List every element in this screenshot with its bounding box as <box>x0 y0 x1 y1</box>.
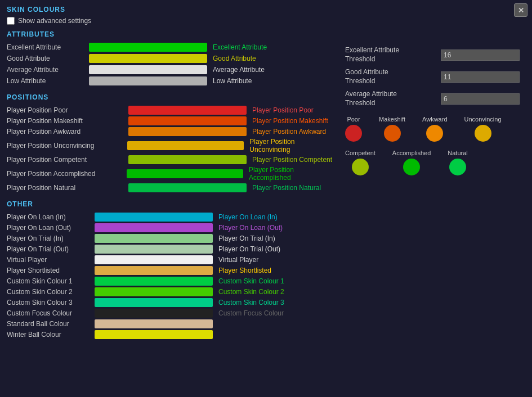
pos-bar-awkward[interactable] <box>128 127 247 136</box>
pos-text-makeshift: Player Position Makeshift <box>252 117 328 125</box>
pos-circle-label-natural: Natural <box>448 150 467 156</box>
pos-row-awkward: Player Position Awkward Player Position … <box>7 127 336 136</box>
other-bar-focus[interactable] <box>95 309 213 318</box>
pos-bar-natural[interactable] <box>128 183 247 192</box>
threshold-input-average[interactable] <box>441 93 520 105</box>
pos-circle-dot-awkward[interactable] <box>426 125 443 142</box>
pos-text-unconvincing: Player Position Unconvincing <box>249 138 336 154</box>
attr-row-good: Good Attribute Good Attribute <box>7 54 336 63</box>
pos-row-unconvincing: Player Position Unconvincing Player Posi… <box>7 138 336 154</box>
other-section: OTHER Player On Loan (In) Player On Loan… <box>7 200 336 339</box>
other-bar-virtual[interactable] <box>95 255 213 264</box>
other-label-loan-out: Player On Loan (Out) <box>7 224 91 232</box>
pos-circle-label-accomplished: Accomplished <box>392 150 431 156</box>
other-bar-custom3[interactable] <box>95 298 213 307</box>
other-text-custom3: Custom Skin Colour 3 <box>218 299 284 306</box>
pos-circle-unconvincing: Unconvincing <box>464 116 502 142</box>
other-bar-trial-out[interactable] <box>95 245 213 254</box>
attr-text-good: Good Attribute <box>213 55 256 62</box>
pos-bar-unconvincing[interactable] <box>127 141 244 150</box>
pos-circle-competent: Competent <box>345 150 375 175</box>
show-advanced-row: Show advanced settings <box>7 17 525 25</box>
other-row-virtual: Virtual Player Virtual Player <box>7 255 336 264</box>
attr-bar-low[interactable] <box>89 76 207 85</box>
pos-text-accomplished: Player Position Accomplished <box>249 166 336 182</box>
other-text-trial-out: Player On Trial (Out) <box>218 245 280 253</box>
pos-row-natural: Player Position Natural Player Position … <box>7 183 336 192</box>
other-bar-custom1[interactable] <box>95 277 213 286</box>
pos-circle-dot-competent[interactable] <box>352 159 369 175</box>
attr-bar-average[interactable] <box>89 65 207 74</box>
attr-bar-excellent[interactable] <box>89 43 207 52</box>
attr-row-excellent: Excellent Attribute Excellent Attribute <box>7 43 336 52</box>
pos-label-poor: Player Position Poor <box>7 106 125 114</box>
attr-row-average: Average Attribute Average Attribute <box>7 65 336 74</box>
pos-row-accomplished: Player Position Accomplished Player Posi… <box>7 166 336 182</box>
other-bar-trial-in[interactable] <box>95 234 213 243</box>
other-row-loan-out: Player On Loan (Out) Player On Loan (Out… <box>7 223 336 232</box>
other-label-focus: Custom Focus Colour <box>7 309 91 317</box>
pos-row-poor: Player Position Poor Player Position Poo… <box>7 106 336 115</box>
pos-label-unconvincing: Player Position Unconvincing <box>7 142 124 150</box>
pos-circles-section: Poor Makeshift Awkward Unconvincing <box>345 116 525 175</box>
other-text-trial-in: Player On Trial (In) <box>218 234 275 242</box>
other-bar-loan-in[interactable] <box>95 213 213 222</box>
other-bar-winter-ball[interactable] <box>95 330 213 339</box>
pos-text-competent: Player Position Competent <box>252 156 332 164</box>
attr-text-low: Low Attribute <box>213 77 252 85</box>
other-label-trial-out: Player On Trial (Out) <box>7 245 91 253</box>
pos-circle-natural: Natural <box>448 150 467 175</box>
other-bar-shortlisted[interactable] <box>95 266 213 275</box>
other-row-loan-in: Player On Loan (In) Player On Loan (In) <box>7 213 336 222</box>
pos-circle-dot-makeshift[interactable] <box>384 125 401 142</box>
other-text-custom1: Custom Skin Colour 1 <box>218 277 284 285</box>
other-row-winter-ball: Winter Ball Colour <box>7 330 336 339</box>
header-area: SKIN COLOURS <box>7 6 525 13</box>
show-advanced-checkbox[interactable] <box>7 17 15 25</box>
threshold-label-average: Average Attribute Threshold <box>345 90 441 107</box>
show-advanced-label[interactable]: Show advanced settings <box>18 17 91 25</box>
other-row-custom2: Custom Skin Colour 2 Custom Skin Colour … <box>7 287 336 296</box>
other-row-trial-out: Player On Trial (Out) Player On Trial (O… <box>7 245 336 254</box>
pos-circles-row1: Poor Makeshift Awkward Unconvincing <box>345 116 525 142</box>
attr-bar-good[interactable] <box>89 54 207 63</box>
pos-text-natural: Player Position Natural <box>252 184 321 192</box>
attr-row-low: Low Attribute Low Attribute <box>7 76 336 85</box>
pos-circle-dot-unconvincing[interactable] <box>475 125 491 142</box>
pos-circles-row2: Competent Accomplished Natural <box>345 150 525 175</box>
other-bar-loan-out[interactable] <box>95 223 213 232</box>
left-panel: ATTRIBUTES Excellent Attribute Excellent… <box>7 30 336 345</box>
close-button[interactable]: ✕ <box>514 3 527 17</box>
pos-circle-dot-natural[interactable] <box>449 159 466 175</box>
threshold-row-excellent: Excellent Attribute Threshold <box>345 46 525 64</box>
pos-bar-makeshift[interactable] <box>128 116 247 125</box>
threshold-label-excellent: Excellent Attribute Threshold <box>345 46 441 64</box>
other-text-loan-in: Player On Loan (In) <box>218 213 278 221</box>
pos-circle-label-competent: Competent <box>345 150 375 156</box>
attributes-section: ATTRIBUTES Excellent Attribute Excellent… <box>7 30 336 85</box>
pos-circle-dot-accomplished[interactable] <box>403 159 420 175</box>
positions-section: POSITIONS Player Position Poor Player Po… <box>7 93 336 192</box>
pos-bar-poor[interactable] <box>128 106 247 115</box>
attributes-title: ATTRIBUTES <box>7 30 336 38</box>
pos-row-competent: Player Position Competent Player Positio… <box>7 155 336 164</box>
other-label-standard-ball: Standard Ball Colour <box>7 320 91 328</box>
threshold-input-excellent[interactable] <box>441 49 520 61</box>
positions-title: POSITIONS <box>7 93 336 101</box>
attr-text-average: Average Attribute <box>213 66 265 74</box>
page-title: SKIN COLOURS <box>7 6 65 13</box>
other-text-virtual: Virtual Player <box>218 256 258 264</box>
other-text-focus: Custom Focus Colour <box>218 309 284 317</box>
pos-bar-competent[interactable] <box>128 155 247 164</box>
threshold-section: Excellent Attribute Threshold Good Attri… <box>345 46 525 108</box>
other-label-loan-in: Player On Loan (In) <box>7 213 91 221</box>
pos-circle-dot-poor[interactable] <box>345 125 362 142</box>
other-label-custom2: Custom Skin Colour 2 <box>7 288 91 296</box>
other-bar-custom2[interactable] <box>95 287 213 296</box>
other-bar-standard-ball[interactable] <box>95 319 213 328</box>
pos-bar-accomplished[interactable] <box>127 169 243 178</box>
threshold-input-good[interactable] <box>441 71 520 83</box>
pos-label-accomplished: Player Position Accomplished <box>7 170 123 178</box>
pos-circle-label-awkward: Awkward <box>422 116 447 123</box>
pos-circle-accomplished: Accomplished <box>392 150 431 175</box>
